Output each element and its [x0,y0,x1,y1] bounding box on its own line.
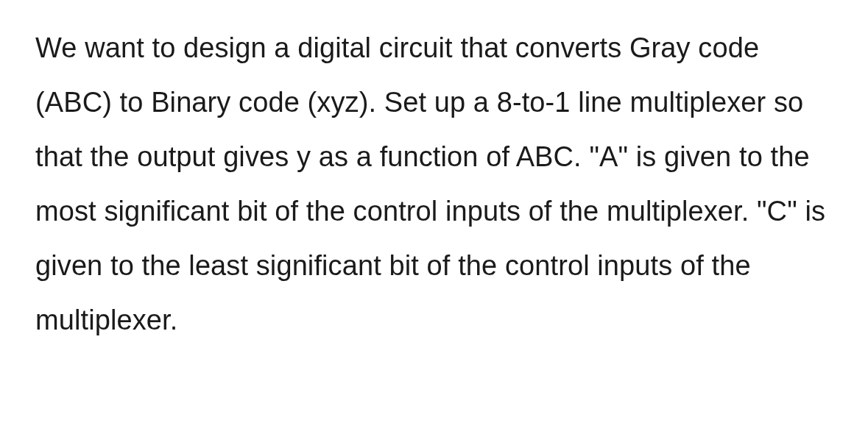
problem-statement: We want to design a digital circuit that… [35,21,833,348]
document-page: We want to design a digital circuit that… [0,0,868,348]
